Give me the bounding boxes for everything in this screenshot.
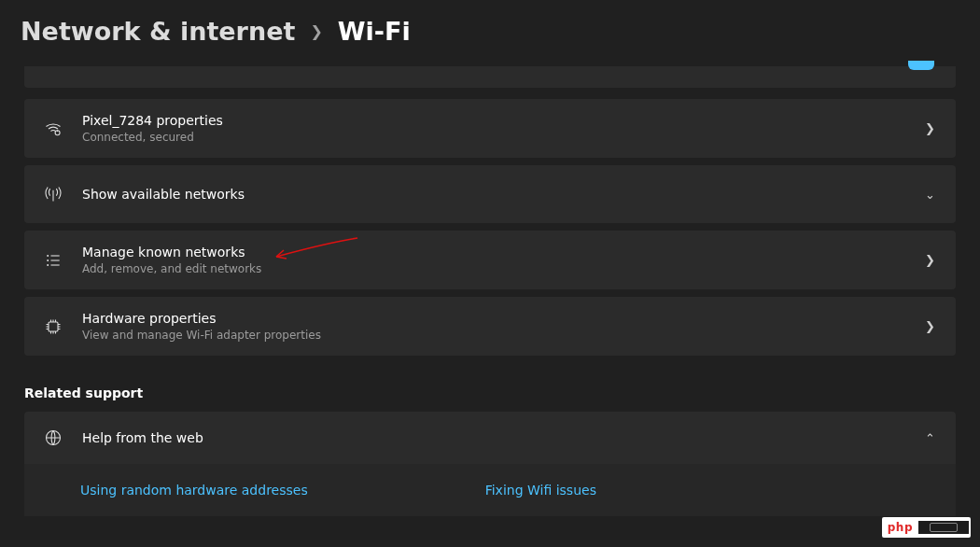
known-networks-subtitle: Add, remove, and edit networks [82, 261, 261, 276]
chevron-right-icon: ❯ [310, 22, 322, 40]
list-icon [43, 251, 63, 270]
available-networks-title: Show available networks [82, 186, 245, 203]
antenna-icon [43, 185, 63, 203]
wifi-secured-icon [43, 119, 63, 138]
network-status: Connected, secured [82, 130, 223, 145]
svg-point-3 [47, 264, 49, 266]
watermark-box-icon [918, 519, 971, 536]
wifi-toggle-icon[interactable] [908, 61, 934, 70]
help-from-web-card[interactable]: Help from the web ⌃ [24, 412, 956, 464]
svg-point-2 [47, 259, 49, 261]
annotation-arrow-icon [269, 236, 362, 262]
link-fixing-wifi[interactable]: Fixing Wifi issues [485, 483, 596, 498]
chevron-up-icon: ⌃ [925, 431, 935, 445]
breadcrumb: Network & internet ❯ Wi-Fi [0, 17, 980, 46]
help-title: Help from the web [82, 429, 203, 447]
hardware-properties-card[interactable]: Hardware properties View and manage Wi-F… [24, 297, 956, 356]
breadcrumb-current: Wi-Fi [338, 17, 411, 46]
chevron-right-icon: ❯ [925, 253, 935, 267]
hardware-title: Hardware properties [82, 310, 321, 328]
globe-icon [43, 428, 63, 447]
hardware-subtitle: View and manage Wi-Fi adapter properties [82, 328, 321, 343]
show-available-networks-card[interactable]: Show available networks ⌄ [24, 165, 956, 223]
chevron-right-icon: ❯ [925, 319, 935, 333]
chevron-down-icon: ⌄ [925, 188, 935, 202]
breadcrumb-parent[interactable]: Network & internet [21, 17, 295, 46]
manage-known-networks-card[interactable]: Manage known networks Add, remove, and e… [24, 231, 956, 289]
wifi-toggle-card-partial[interactable] [24, 66, 956, 88]
network-properties-card[interactable]: Pixel_7284 properties Connected, secured… [24, 99, 956, 158]
link-random-addresses[interactable]: Using random hardware addresses [80, 483, 308, 498]
help-links-row: Using random hardware addresses Fixing W… [24, 464, 956, 516]
known-networks-title: Manage known networks [82, 244, 261, 261]
network-title: Pixel_7284 properties [82, 112, 223, 130]
chip-icon [43, 317, 63, 336]
related-support-label: Related support [0, 356, 980, 412]
settings-panel-group: Pixel_7284 properties Connected, secured… [0, 66, 980, 356]
watermark-badge: php [882, 517, 971, 538]
watermark-text: php [882, 519, 918, 536]
svg-point-1 [47, 255, 49, 257]
svg-rect-4 [49, 322, 58, 331]
chevron-right-icon: ❯ [925, 121, 935, 135]
